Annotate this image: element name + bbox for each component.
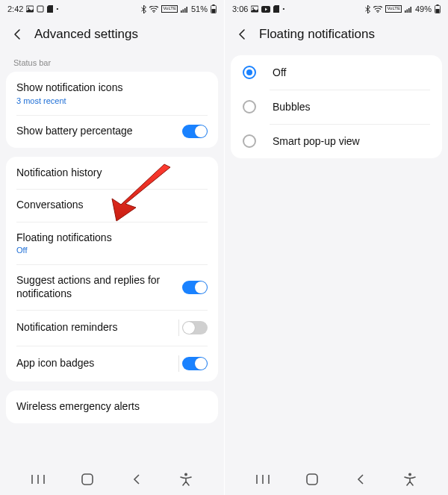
volte-indicator: VoLTE (161, 5, 178, 12)
nav-bar (0, 464, 224, 495)
accessibility-icon[interactable] (402, 471, 418, 488)
status-right: VoLTE 51% (141, 4, 217, 13)
svg-rect-26 (436, 9, 440, 13)
sd-card-icon (47, 5, 53, 13)
status-bar: 2:42 • VoLTE 51% (0, 0, 224, 18)
svg-rect-20 (405, 10, 406, 13)
row-notification-history[interactable]: Notification history (6, 157, 218, 190)
screen-floating-notifications: 3:06 • VoLTE 49% (224, 0, 448, 495)
row-label: Notification reminders (16, 321, 117, 334)
card-wireless-alerts: Wireless emergency alerts (6, 390, 218, 423)
back-nav-icon[interactable] (128, 471, 145, 488)
back-icon[interactable] (10, 28, 24, 41)
svg-rect-30 (307, 474, 317, 485)
status-bar: 3:06 • VoLTE 49% (225, 0, 448, 18)
svg-rect-10 (212, 9, 216, 13)
radio-label: Smart pop-up view (273, 135, 360, 147)
wifi-icon (149, 6, 158, 13)
more-icon: • (282, 6, 284, 12)
radio-label: Off (273, 66, 286, 78)
divider (178, 355, 179, 372)
recents-icon[interactable] (255, 471, 271, 488)
svg-point-15 (184, 473, 187, 476)
row-label: Notification history (16, 166, 102, 180)
row-label: Wireless emergency alerts (16, 400, 140, 414)
svg-rect-14 (82, 474, 93, 485)
accessibility-icon[interactable] (178, 471, 194, 488)
content-area: Status bar Show notification icons 3 mos… (0, 55, 224, 464)
page-title: Floating notifications (259, 27, 375, 42)
signal-icon (405, 6, 412, 13)
more-icon: • (56, 6, 58, 12)
svg-rect-4 (181, 10, 182, 13)
screen-advanced-settings: 2:42 • VoLTE 51% (0, 0, 224, 495)
row-sublabel: 3 most recent (16, 96, 122, 105)
radio-row-off[interactable]: Off (231, 55, 442, 90)
signal-icon (181, 6, 188, 13)
recents-icon[interactable] (30, 471, 46, 488)
row-show-notification-icons[interactable]: Show notification icons 3 most recent (6, 72, 218, 115)
svg-rect-22 (408, 8, 410, 13)
card-notifications: Notification history Conversations Float… (6, 157, 218, 382)
svg-point-1 (28, 7, 29, 9)
toggle-suggest-actions[interactable] (182, 281, 208, 294)
header: Advanced settings (0, 18, 224, 55)
battery-text: 49% (415, 4, 432, 13)
radio-icon[interactable] (243, 134, 256, 148)
row-floating-notifications[interactable]: Floating notifications Off (6, 222, 218, 265)
row-app-icon-badges[interactable]: App icon badges (6, 346, 218, 382)
toggle-notification-reminders[interactable] (182, 321, 208, 334)
header: Floating notifications (225, 18, 448, 55)
row-label: Show battery percentage (16, 125, 133, 138)
svg-rect-21 (406, 9, 408, 13)
toggle-app-icon-badges[interactable] (182, 357, 208, 370)
status-left: 2:42 • (7, 4, 58, 13)
back-nav-icon[interactable] (352, 471, 369, 488)
home-icon[interactable] (304, 471, 320, 488)
svg-point-17 (252, 7, 254, 9)
nav-bar (225, 464, 448, 495)
row-label: Show notification icons (16, 81, 122, 95)
svg-rect-6 (184, 8, 186, 13)
bluetooth-icon (141, 5, 146, 13)
gallery-icon (26, 5, 34, 13)
svg-point-19 (378, 11, 379, 13)
status-time: 2:42 (7, 4, 23, 13)
card-options: Off Bubbles Smart pop-up view (231, 55, 442, 158)
row-label: Conversations (16, 199, 84, 212)
divider (178, 320, 179, 336)
row-sublabel: Off (16, 246, 112, 255)
row-show-battery-percentage[interactable]: Show battery percentage (6, 115, 218, 148)
volte-indicator: VoLTE (385, 5, 402, 12)
battery-text: 51% (191, 4, 208, 13)
screenshot-icon (37, 5, 44, 13)
radio-row-bubbles[interactable]: Bubbles (231, 90, 442, 124)
home-icon[interactable] (79, 471, 96, 488)
status-left: 3:06 • (232, 4, 284, 13)
radio-icon[interactable] (243, 66, 256, 79)
back-icon[interactable] (235, 28, 249, 41)
section-label-statusbar: Status bar (6, 55, 218, 72)
card-statusbar: Show notification icons 3 most recent Sh… (6, 72, 218, 148)
svg-point-31 (408, 473, 411, 476)
row-label: Suggest actions and replies for notifica… (16, 274, 173, 300)
radio-icon[interactable] (243, 100, 256, 113)
row-conversations[interactable]: Conversations (6, 189, 218, 222)
toggle-battery-percentage[interactable] (182, 125, 208, 138)
row-suggest-actions[interactable]: Suggest actions and replies for notifica… (6, 264, 218, 310)
youtube-icon (261, 6, 270, 13)
radio-row-smart-popup[interactable]: Smart pop-up view (231, 124, 442, 158)
row-wireless-emergency-alerts[interactable]: Wireless emergency alerts (6, 390, 218, 423)
sd-card-icon (273, 5, 279, 13)
page-title: Advanced settings (34, 27, 138, 42)
row-label: App icon badges (16, 357, 94, 370)
svg-rect-5 (182, 9, 184, 13)
svg-point-3 (154, 11, 155, 13)
row-notification-reminders[interactable]: Notification reminders (6, 310, 218, 346)
svg-rect-23 (410, 7, 411, 13)
battery-icon (211, 4, 217, 13)
radio-label: Bubbles (273, 101, 311, 113)
content-area: Off Bubbles Smart pop-up view (225, 55, 448, 464)
status-time: 3:06 (232, 4, 248, 13)
row-label: Floating notifications (16, 231, 112, 245)
